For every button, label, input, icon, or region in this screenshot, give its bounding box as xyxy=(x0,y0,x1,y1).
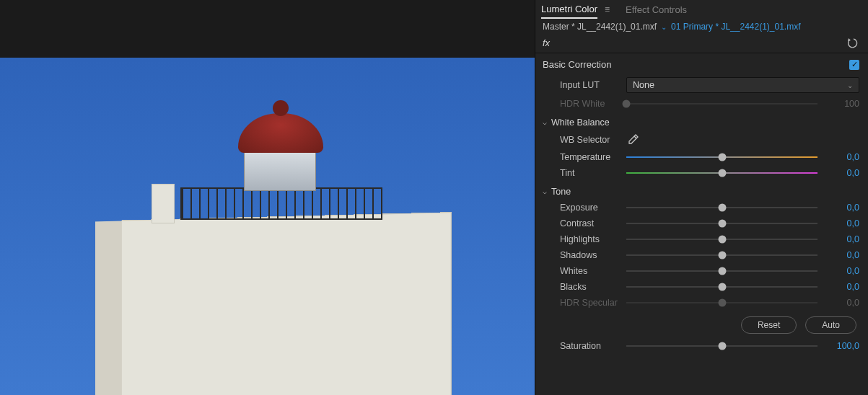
contrast-label: Contrast xyxy=(560,218,619,228)
panel-tabs: Lumetri Color ≡ Effect Controls xyxy=(535,0,868,19)
temperature-label: Temperature xyxy=(560,152,619,162)
wb-selector-label: WB Selector xyxy=(560,135,619,145)
reset-effect-icon[interactable] xyxy=(848,38,859,48)
slider-thumb[interactable] xyxy=(718,267,726,275)
chevron-down-icon: ⌄ xyxy=(847,81,853,89)
hdr-white-label: HDR White xyxy=(560,99,619,109)
hdr-specular-slider xyxy=(626,302,817,303)
temperature-value[interactable]: 0,0 xyxy=(830,152,859,162)
exposure-value[interactable]: 0,0 xyxy=(830,203,859,213)
clip-primary[interactable]: 01 Primary * JL__2442(1)_01.mxf xyxy=(671,22,800,32)
saturation-row: Saturation 100,0 xyxy=(535,338,868,354)
slider-thumb xyxy=(718,299,726,307)
slider-thumb[interactable] xyxy=(718,252,726,259)
group-label: Tone xyxy=(551,187,571,197)
section-title: Basic Correction xyxy=(543,59,611,70)
temperature-slider[interactable] xyxy=(626,156,817,158)
chevron-down-icon: ⌄ xyxy=(661,23,667,31)
slider-thumb[interactable] xyxy=(718,154,726,161)
wb-selector-row: WB Selector xyxy=(535,130,868,149)
caret-down-icon: ⌵ xyxy=(543,187,547,195)
eyedropper-icon[interactable] xyxy=(626,133,639,146)
shadows-slider[interactable] xyxy=(626,254,817,256)
tab-effect-controls[interactable]: Effect Controls xyxy=(626,1,687,18)
whites-row: Whites 0,0 xyxy=(535,263,868,279)
input-lut-label: Input LUT xyxy=(560,80,619,90)
caret-down-icon: ⌵ xyxy=(543,118,547,126)
slider-thumb xyxy=(623,100,631,108)
panel-menu-icon[interactable]: ≡ xyxy=(605,4,610,14)
blacks-value[interactable]: 0,0 xyxy=(830,282,859,292)
hdr-specular-row: HDR Specular 0,0 xyxy=(535,295,868,311)
hdr-white-row: HDR White 100 xyxy=(535,96,868,112)
blacks-row: Blacks 0,0 xyxy=(535,279,868,295)
whites-label: Whites xyxy=(560,266,619,276)
blacks-label: Blacks xyxy=(560,282,619,292)
hdr-specular-label: HDR Specular xyxy=(560,298,619,308)
group-tone[interactable]: ⌵ Tone xyxy=(535,181,868,200)
preview-image xyxy=(0,58,535,395)
fx-row: fx xyxy=(535,35,868,53)
fx-badge[interactable]: fx xyxy=(543,37,550,48)
highlights-row: Highlights 0,0 xyxy=(535,231,868,247)
saturation-value[interactable]: 100,0 xyxy=(830,341,859,351)
shadows-label: Shadows xyxy=(560,250,619,260)
hdr-white-value: 100 xyxy=(830,99,859,109)
group-label: White Balance xyxy=(551,117,610,128)
tint-row: Tint 0,0 xyxy=(535,165,868,181)
section-basic-correction[interactable]: Basic Correction ✓ xyxy=(535,53,868,74)
input-lut-select[interactable]: None ⌄ xyxy=(626,77,859,93)
exposure-slider[interactable] xyxy=(626,207,817,208)
slider-thumb[interactable] xyxy=(718,236,726,244)
whites-slider[interactable] xyxy=(626,270,817,272)
slider-thumb[interactable] xyxy=(718,342,726,350)
tone-buttons: Reset Auto xyxy=(535,311,868,338)
contrast-value[interactable]: 0,0 xyxy=(830,218,859,228)
exposure-label: Exposure xyxy=(560,203,619,213)
lumetri-panel: Lumetri Color ≡ Effect Controls Master *… xyxy=(535,0,868,395)
temperature-row: Temperature 0,0 xyxy=(535,149,868,165)
highlights-slider[interactable] xyxy=(626,239,817,240)
blacks-slider[interactable] xyxy=(626,286,817,288)
contrast-row: Contrast 0,0 xyxy=(535,216,868,231)
saturation-slider[interactable] xyxy=(626,345,817,347)
shadows-row: Shadows 0,0 xyxy=(535,247,868,263)
input-lut-value: None xyxy=(633,80,654,90)
section-enable-checkbox[interactable]: ✓ xyxy=(849,60,859,70)
input-lut-row: Input LUT None ⌄ xyxy=(535,74,868,96)
tint-slider[interactable] xyxy=(626,172,817,174)
reset-button[interactable]: Reset xyxy=(741,316,797,334)
highlights-value[interactable]: 0,0 xyxy=(830,234,859,244)
slider-thumb[interactable] xyxy=(718,220,726,228)
group-white-balance[interactable]: ⌵ White Balance xyxy=(535,112,868,130)
tab-lumetri-color[interactable]: Lumetri Color xyxy=(541,1,597,19)
shadows-value[interactable]: 0,0 xyxy=(830,250,859,260)
slider-thumb[interactable] xyxy=(718,283,726,291)
saturation-label: Saturation xyxy=(560,341,619,351)
exposure-row: Exposure 0,0 xyxy=(535,200,868,216)
clip-master[interactable]: Master * JL__2442(1)_01.mxf xyxy=(543,22,657,32)
tint-value[interactable]: 0,0 xyxy=(830,168,859,178)
highlights-label: Highlights xyxy=(560,234,619,244)
tint-label: Tint xyxy=(560,168,619,178)
whites-value[interactable]: 0,0 xyxy=(830,266,859,276)
hdr-white-slider xyxy=(626,103,817,105)
clip-breadcrumb: Master * JL__2442(1)_01.mxf ⌄ 01 Primary… xyxy=(535,19,868,35)
hdr-specular-value: 0,0 xyxy=(830,298,859,308)
auto-button[interactable]: Auto xyxy=(805,316,856,334)
preview-monitor xyxy=(0,0,535,395)
slider-thumb[interactable] xyxy=(718,204,726,212)
contrast-slider[interactable] xyxy=(626,223,817,224)
slider-thumb[interactable] xyxy=(718,169,726,177)
